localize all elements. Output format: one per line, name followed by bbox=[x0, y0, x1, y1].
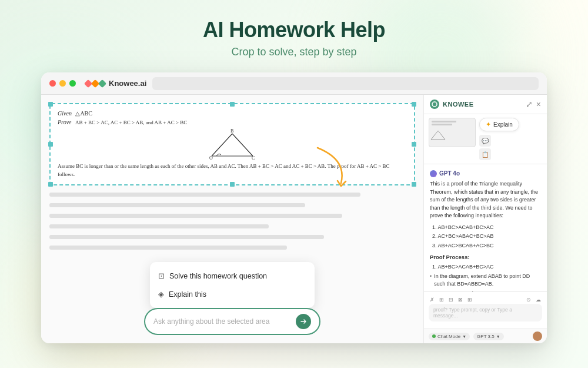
doc-input-bar[interactable]: Ask anything about the selected area bbox=[144, 308, 320, 335]
gpt-label-text: GPT 4o bbox=[439, 169, 460, 178]
text-line-1 bbox=[49, 193, 360, 197]
text-line-5 bbox=[49, 235, 324, 239]
app-name-label: Knowee.ai bbox=[109, 79, 146, 88]
doc-panel: Given △ABC Prove AB + BC > AC, AC + BC >… bbox=[41, 95, 423, 343]
math-given-text: Given △ABC bbox=[58, 110, 407, 117]
prove-value: AB + BC > AC, AC + BC > AB, and AB + AC … bbox=[75, 120, 187, 125]
app-name-row: Knowee.ai bbox=[85, 79, 146, 88]
footer-icon-clock[interactable]: ⊙ bbox=[525, 296, 532, 304]
close-traffic-light[interactable] bbox=[49, 80, 56, 87]
suggestion-popup: ⊡ Solve this homework question ◈ Explain… bbox=[150, 262, 315, 308]
chat-thumbnail-area: ✦ Explain 💬 📋 bbox=[424, 114, 547, 164]
svg-line-1 bbox=[232, 134, 253, 156]
svg-line-8 bbox=[438, 131, 445, 140]
gpt-dot bbox=[430, 170, 437, 177]
given-value: △ABC bbox=[75, 110, 92, 117]
knowee-logo-sm bbox=[432, 101, 437, 107]
chat-mode-label: Chat Mode bbox=[437, 334, 460, 339]
footer-icon-grid2[interactable]: ⊟ bbox=[447, 296, 455, 304]
input-placeholder-text: Ask anything about the selected area bbox=[153, 317, 296, 326]
thumb-line-1 bbox=[432, 121, 456, 122]
chat-input-placeholder: proof? Type prompt, copy or Type a messa… bbox=[433, 307, 537, 319]
text-line-2 bbox=[49, 203, 305, 207]
explain-icon: ◈ bbox=[158, 290, 164, 299]
handle-bl[interactable] bbox=[48, 182, 53, 187]
proof-title: Proof Process: bbox=[430, 253, 541, 261]
traffic-lights bbox=[49, 80, 76, 87]
bullet-1: • bbox=[430, 273, 432, 281]
chat-title: KNOWEE bbox=[443, 101, 474, 108]
chevron-down-icon: ▼ bbox=[462, 334, 466, 339]
chat-header-left: KNOWEE bbox=[430, 100, 474, 109]
mode-dot bbox=[432, 334, 436, 338]
explain-button[interactable]: ✦ Explain bbox=[479, 118, 519, 131]
browser-toolbar: Knowee.ai bbox=[41, 72, 547, 95]
suggestion-explain[interactable]: ◈ Explain this bbox=[150, 285, 315, 303]
handle-mr[interactable] bbox=[412, 142, 416, 147]
text-line-4 bbox=[49, 224, 269, 228]
svg-point-6 bbox=[432, 102, 437, 107]
text-line-6 bbox=[49, 246, 287, 250]
gpt-version-badge[interactable]: GPT 3.5 ▼ bbox=[473, 333, 504, 340]
handle-br[interactable] bbox=[412, 182, 416, 187]
knowee-logo-diamonds bbox=[85, 81, 105, 87]
chat-action-2[interactable]: 📋 bbox=[479, 148, 491, 160]
diamond-green bbox=[98, 79, 106, 87]
browser-content: Given △ABC Prove AB + BC > AC, AC + BC >… bbox=[41, 95, 547, 343]
chat-footer: ✗ ⊞ ⊟ ⊠ ⊞ ⊙ ☁ proof? Type prompt, copy o… bbox=[424, 291, 547, 329]
chat-mode-badge[interactable]: Chat Mode ▼ bbox=[429, 333, 470, 340]
footer-icon-x[interactable]: ✗ bbox=[429, 296, 436, 304]
gpt-label: GPT 4o bbox=[430, 169, 541, 178]
text-line-3 bbox=[49, 214, 342, 218]
gpt-version-label: GPT 3.5 bbox=[477, 334, 495, 339]
svg-line-0 bbox=[212, 134, 232, 156]
handle-tl[interactable] bbox=[48, 102, 53, 107]
user-avatar[interactable] bbox=[533, 331, 542, 341]
handle-ml[interactable] bbox=[48, 142, 53, 147]
knowee-icon-sm bbox=[430, 100, 439, 109]
suggestion-solve-label: Solve this homework question bbox=[169, 272, 267, 280]
triangle-diagram: B O C bbox=[206, 128, 259, 160]
footer-icon-grid1[interactable]: ⊞ bbox=[438, 296, 445, 304]
thumb-lines bbox=[429, 118, 475, 128]
chat-header: KNOWEE ⤢ × bbox=[424, 95, 547, 114]
chat-messages[interactable]: GPT 4o This is a proof of the Triangle I… bbox=[424, 164, 547, 291]
inequality-1: 1. AB+BC>ACAB+BC>AC bbox=[430, 224, 541, 232]
send-button[interactable] bbox=[296, 314, 311, 329]
given-label: Given bbox=[58, 110, 72, 117]
maximize-traffic-light[interactable] bbox=[69, 80, 76, 87]
chevron-down-icon-2: ▼ bbox=[496, 334, 500, 339]
svg-text:C: C bbox=[252, 155, 255, 160]
expand-icon[interactable]: ⤢ bbox=[526, 100, 533, 109]
chat-panel: KNOWEE ⤢ × bbox=[423, 95, 547, 343]
footer-icon-grid4[interactable]: ⊞ bbox=[466, 296, 473, 304]
send-icon bbox=[300, 318, 307, 325]
handle-tr[interactable] bbox=[412, 102, 416, 107]
browser-window: Knowee.ai Given △A bbox=[41, 72, 547, 343]
math-proof-text: Assume BC is longer than or the same len… bbox=[58, 163, 407, 178]
suggestion-solve[interactable]: ⊡ Solve this homework question bbox=[150, 267, 315, 285]
svg-line-7 bbox=[431, 131, 438, 140]
chat-input-row[interactable]: proof? Type prompt, copy or Type a messa… bbox=[429, 304, 542, 321]
proof-step-1: 1. AB+BC>ACAB+BC>AC bbox=[430, 263, 541, 271]
chat-thumbnail bbox=[429, 118, 476, 147]
address-bar[interactable] bbox=[152, 77, 539, 90]
prove-label: Prove bbox=[58, 119, 72, 125]
math-selection-box[interactable]: Given △ABC Prove AB + BC > AC, AC + BC >… bbox=[49, 103, 415, 185]
inequality-2: 2. AC+BC>ABAC+BC>AB bbox=[430, 233, 541, 241]
handle-bm[interactable] bbox=[230, 182, 235, 187]
thumb-line-2 bbox=[432, 124, 452, 125]
suggestion-explain-label: Explain this bbox=[169, 290, 206, 299]
svg-text:O: O bbox=[209, 155, 213, 160]
chat-action-1[interactable]: 💬 bbox=[479, 135, 491, 147]
page-title: AI Homework Help bbox=[203, 18, 385, 42]
footer-icon-grid3[interactable]: ⊠ bbox=[457, 296, 464, 304]
handle-tm[interactable] bbox=[230, 102, 235, 107]
footer-icon-cloud[interactable]: ☁ bbox=[534, 296, 542, 304]
solve-icon: ⊡ bbox=[158, 271, 165, 280]
proof-bullet-1: • In the diagram, extend ABAB to point D… bbox=[430, 273, 541, 289]
close-icon[interactable]: × bbox=[536, 100, 541, 108]
thumb-triangle bbox=[429, 129, 447, 141]
inequality-3: 3. AB+AC>BCAB+AC>BC bbox=[430, 242, 541, 250]
minimize-traffic-light[interactable] bbox=[59, 80, 66, 87]
